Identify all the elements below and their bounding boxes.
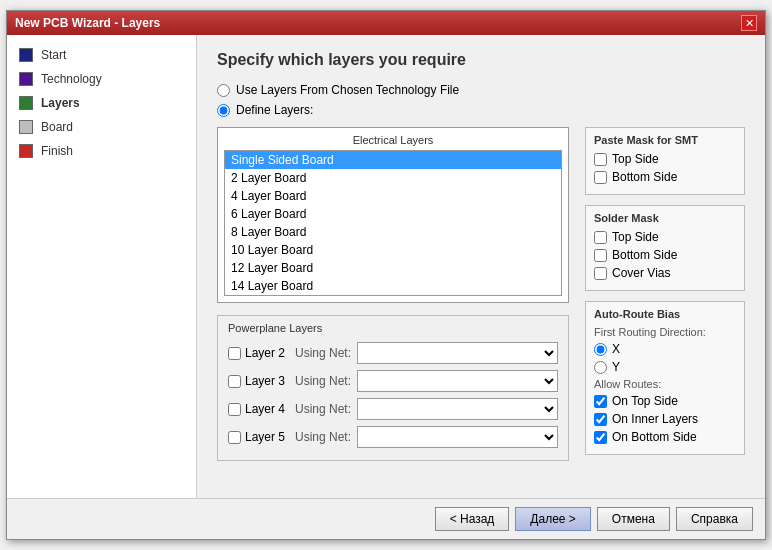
electrical-layers-list[interactable]: Single Sided Board2 Layer Board4 Layer B… (224, 150, 562, 296)
paste-top-checkbox[interactable] (594, 153, 607, 166)
solder-top-label: Top Side (612, 230, 659, 244)
allow-inner-checkbox[interactable] (594, 413, 607, 426)
allow-top-checkbox[interactable] (594, 395, 607, 408)
allow-bottom-checkbox[interactable] (594, 431, 607, 444)
allow-bottom-row: On Bottom Side (594, 430, 736, 444)
powerplane-using-net-3: Using Net: (295, 430, 351, 444)
sidebar-item-layers[interactable]: Layers (7, 91, 196, 115)
main-window: New PCB Wizard - Layers ✕ StartTechnolog… (6, 10, 766, 540)
route-x-radio[interactable] (594, 343, 607, 356)
layer-list-item[interactable]: 14 Layer Board (225, 277, 561, 295)
close-button[interactable]: ✕ (741, 15, 757, 31)
solder-bottom-checkbox[interactable] (594, 249, 607, 262)
left-section: Electrical Layers Single Sided Board2 La… (217, 127, 569, 465)
footer: < Назад Далее > Отмена Справка (7, 498, 765, 539)
sidebar-item-label-3: Board (41, 120, 73, 134)
paste-mask-panel: Paste Mask for SMT Top Side Bottom Side (585, 127, 745, 195)
radio-y-row: Y (594, 360, 736, 374)
solder-top-checkbox[interactable] (594, 231, 607, 244)
route-y-label: Y (612, 360, 620, 374)
right-section: Paste Mask for SMT Top Side Bottom Side … (585, 127, 745, 465)
solder-cover-label: Cover Vias (612, 266, 670, 280)
radio-group: Use Layers From Chosen Technology File D… (217, 83, 745, 117)
route-y-radio[interactable] (594, 361, 607, 374)
solder-mask-panel: Solder Mask Top Side Bottom Side Cover V… (585, 205, 745, 291)
paste-top-row: Top Side (594, 152, 736, 166)
allow-inner-label: On Inner Layers (612, 412, 698, 426)
sidebar-dot-0 (19, 48, 33, 62)
powerplane-label-1: Layer 3 (245, 374, 295, 388)
sidebar-item-technology[interactable]: Technology (7, 67, 196, 91)
help-button[interactable]: Справка (676, 507, 753, 531)
sidebar-item-board[interactable]: Board (7, 115, 196, 139)
powerplane-checkbox-1[interactable] (228, 375, 241, 388)
radio-row-2: Define Layers: (217, 103, 745, 117)
title-bar: New PCB Wizard - Layers ✕ (7, 11, 765, 35)
allow-bottom-label: On Bottom Side (612, 430, 697, 444)
powerplane-checkbox-3[interactable] (228, 431, 241, 444)
section-group: Electrical Layers Single Sided Board2 La… (217, 127, 745, 465)
layer-list-item[interactable]: 10 Layer Board (225, 241, 561, 259)
sidebar-item-finish[interactable]: Finish (7, 139, 196, 163)
layer-list-item[interactable]: Single Sided Board (225, 151, 561, 169)
auto-route-panel: Auto-Route Bias First Routing Direction:… (585, 301, 745, 455)
solder-mask-title: Solder Mask (594, 212, 736, 224)
solder-cover-checkbox[interactable] (594, 267, 607, 280)
define-layers-label: Define Layers: (236, 103, 313, 117)
powerplane-label-3: Layer 5 (245, 430, 295, 444)
auto-route-title: Auto-Route Bias (594, 308, 736, 320)
paste-bottom-label: Bottom Side (612, 170, 677, 184)
powerplane-label-0: Layer 2 (245, 346, 295, 360)
use-layers-label: Use Layers From Chosen Technology File (236, 83, 459, 97)
layer-list-item[interactable]: 4 Layer Board (225, 187, 561, 205)
powerplane-net-select-1[interactable] (357, 370, 558, 392)
next-button[interactable]: Далее > (515, 507, 591, 531)
sidebar-dot-4 (19, 144, 33, 158)
solder-top-row: Top Side (594, 230, 736, 244)
define-layers-radio[interactable] (217, 104, 230, 117)
radio-row-1: Use Layers From Chosen Technology File (217, 83, 745, 97)
powerplane-using-net-2: Using Net: (295, 402, 351, 416)
powerplane-title: Powerplane Layers (228, 322, 558, 334)
sidebar-item-label-2: Layers (41, 96, 80, 110)
powerplane-net-select-3[interactable] (357, 426, 558, 448)
electrical-layers-title: Electrical Layers (224, 134, 562, 146)
page-title: Specify which layers you require (217, 51, 745, 69)
allow-top-label: On Top Side (612, 394, 678, 408)
powerplane-row-3: Layer 5Using Net: (228, 426, 558, 448)
layer-list-item[interactable]: 6 Layer Board (225, 205, 561, 223)
window-body: StartTechnologyLayersBoardFinish Specify… (7, 35, 765, 498)
solder-bottom-row: Bottom Side (594, 248, 736, 262)
sidebar: StartTechnologyLayersBoardFinish (7, 35, 197, 498)
paste-top-label: Top Side (612, 152, 659, 166)
allow-routes-label: Allow Routes: (594, 378, 736, 390)
layer-list-item[interactable]: 12 Layer Board (225, 259, 561, 277)
powerplane-using-net-0: Using Net: (295, 346, 351, 360)
sidebar-dot-2 (19, 96, 33, 110)
layer-list-item[interactable]: 2 Layer Board (225, 169, 561, 187)
use-layers-radio[interactable] (217, 84, 230, 97)
powerplane-net-select-2[interactable] (357, 398, 558, 420)
layer-list-item[interactable]: 8 Layer Board (225, 223, 561, 241)
powerplane-section: Powerplane Layers Layer 2Using Net:Layer… (217, 315, 569, 461)
title-bar-text: New PCB Wizard - Layers (15, 16, 160, 30)
electrical-layers-box: Electrical Layers Single Sided Board2 La… (217, 127, 569, 303)
allow-inner-row: On Inner Layers (594, 412, 736, 426)
powerplane-row-2: Layer 4Using Net: (228, 398, 558, 420)
powerplane-checkbox-2[interactable] (228, 403, 241, 416)
sidebar-item-label-4: Finish (41, 144, 73, 158)
sidebar-item-label-1: Technology (41, 72, 102, 86)
sidebar-dot-3 (19, 120, 33, 134)
back-button[interactable]: < Назад (435, 507, 510, 531)
paste-bottom-checkbox[interactable] (594, 171, 607, 184)
powerplane-net-select-0[interactable] (357, 342, 558, 364)
cancel-button[interactable]: Отмена (597, 507, 670, 531)
powerplane-row-0: Layer 2Using Net: (228, 342, 558, 364)
powerplane-label-2: Layer 4 (245, 402, 295, 416)
paste-bottom-row: Bottom Side (594, 170, 736, 184)
powerplane-checkbox-0[interactable] (228, 347, 241, 360)
main-content: Specify which layers you require Use Lay… (197, 35, 765, 498)
powerplane-using-net-1: Using Net: (295, 374, 351, 388)
sidebar-item-start[interactable]: Start (7, 43, 196, 67)
solder-bottom-label: Bottom Side (612, 248, 677, 262)
